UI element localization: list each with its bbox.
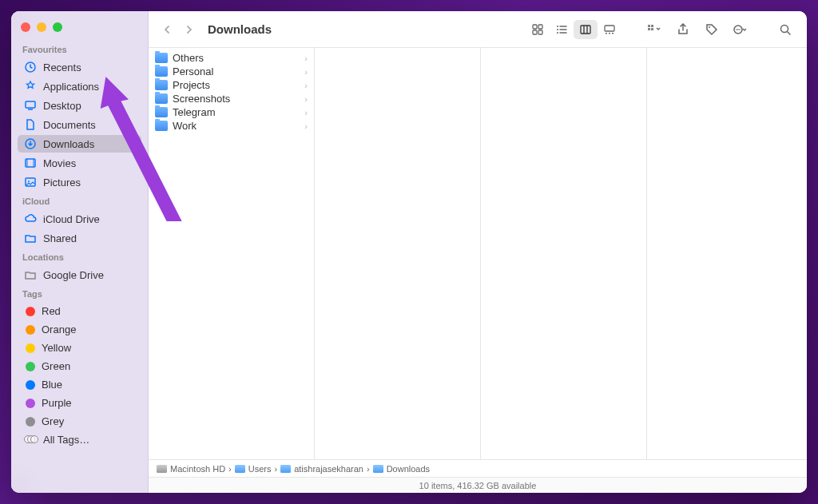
forward-button[interactable] xyxy=(181,21,198,38)
column-view: Others› Personal› Projects› Screenshots›… xyxy=(149,48,807,459)
sidebar-item-label: Desktop xyxy=(43,100,81,112)
svg-rect-9 xyxy=(538,30,542,34)
sidebar-tag-blue[interactable]: Blue xyxy=(18,376,141,393)
folder-item[interactable]: Screenshots› xyxy=(149,92,314,105)
finder-window: Favourites Recents Applications Desktop … xyxy=(11,11,807,493)
sidebar-item-label: Grey xyxy=(42,415,64,427)
path-segment[interactable]: atishrajasekharan xyxy=(280,464,363,474)
action-button[interactable] xyxy=(729,20,752,39)
path-separator: › xyxy=(367,464,370,474)
folder-name: Work xyxy=(173,120,300,132)
sidebar-section-favourites: Favourites xyxy=(11,40,148,58)
status-bar: 10 items, 416.32 GB available xyxy=(149,477,807,493)
folder-item[interactable]: Personal› xyxy=(149,65,314,78)
sidebar-tag-green[interactable]: Green xyxy=(18,358,141,375)
sidebar-tag-yellow[interactable]: Yellow xyxy=(18,339,141,356)
sidebar-item-label: Blue xyxy=(42,379,62,391)
cloud-icon xyxy=(24,212,37,225)
svg-rect-15 xyxy=(606,33,607,34)
svg-point-5 xyxy=(28,181,30,182)
folder-icon xyxy=(155,107,168,117)
back-button[interactable] xyxy=(158,21,176,38)
folder-item[interactable]: Work› xyxy=(149,119,314,133)
folder-icon xyxy=(373,465,383,473)
main-area: Downloads Others› Personal› Projects› Sc… xyxy=(149,11,807,493)
chevron-right-icon: › xyxy=(304,81,308,90)
shared-icon xyxy=(24,232,37,244)
folder-name: Others xyxy=(173,52,300,64)
sidebar: Favourites Recents Applications Desktop … xyxy=(11,11,149,493)
sidebar-tag-orange[interactable]: Orange xyxy=(18,321,141,338)
sidebar-item-movies[interactable]: Movies xyxy=(18,154,141,172)
svg-point-24 xyxy=(736,29,737,30)
folder-item[interactable]: Others› xyxy=(149,51,314,65)
svg-rect-6 xyxy=(533,25,537,29)
status-text: 10 items, 416.32 GB available xyxy=(419,481,537,490)
group-button[interactable] xyxy=(642,20,666,39)
path-label: atishrajasekharan xyxy=(294,464,363,474)
clock-icon xyxy=(24,61,37,73)
maximize-window-button[interactable] xyxy=(53,22,62,32)
svg-point-10 xyxy=(557,26,558,27)
sidebar-tag-red[interactable]: Red xyxy=(18,303,141,319)
doc-icon xyxy=(24,118,37,131)
sidebar-item-icloud-drive[interactable]: iCloud Drive xyxy=(18,210,141,228)
minimize-window-button[interactable] xyxy=(37,22,46,32)
path-separator: › xyxy=(274,464,277,474)
folder-name: Screenshots xyxy=(173,93,300,105)
close-window-button[interactable] xyxy=(21,22,30,32)
tags-button[interactable] xyxy=(700,20,724,39)
column-2[interactable] xyxy=(315,48,481,459)
view-icon-button[interactable] xyxy=(526,20,550,39)
path-segment[interactable]: Users xyxy=(235,464,272,474)
column-4[interactable] xyxy=(647,48,807,459)
sidebar-item-desktop[interactable]: Desktop xyxy=(18,97,141,114)
sidebar-item-applications[interactable]: Applications xyxy=(18,77,141,95)
column-3[interactable] xyxy=(481,48,647,459)
search-button[interactable] xyxy=(773,20,797,39)
sidebar-item-label: Recents xyxy=(43,62,81,73)
svg-rect-8 xyxy=(533,30,537,34)
path-segment[interactable]: Macintosh HD xyxy=(157,464,225,474)
svg-rect-13 xyxy=(581,26,590,34)
sidebar-item-label: iCloud Drive xyxy=(43,213,100,225)
sidebar-all-tags[interactable]: All Tags… xyxy=(18,431,141,448)
folder-icon xyxy=(155,53,168,63)
share-button[interactable] xyxy=(671,20,695,39)
sidebar-item-recents[interactable]: Recents xyxy=(18,58,141,76)
svg-point-25 xyxy=(737,29,739,30)
movie-icon xyxy=(24,157,37,169)
sidebar-item-label: Green xyxy=(42,360,70,372)
view-column-button[interactable] xyxy=(574,20,598,39)
path-segment[interactable]: Downloads xyxy=(373,464,430,474)
sidebar-item-pictures[interactable]: Pictures xyxy=(18,173,141,191)
svg-rect-18 xyxy=(648,25,650,27)
path-bar: Macintosh HD› Users› atishrajasekharan› … xyxy=(149,459,807,477)
sidebar-item-downloads[interactable]: Downloads xyxy=(18,135,141,153)
sidebar-item-label: Movies xyxy=(43,157,76,169)
sidebar-item-documents[interactable]: Documents xyxy=(18,116,141,133)
all-tags-icon xyxy=(24,435,37,445)
tag-dot-icon xyxy=(26,399,35,408)
folder-icon xyxy=(155,66,168,77)
svg-point-26 xyxy=(739,29,741,30)
chevron-right-icon: › xyxy=(304,108,308,117)
sidebar-tag-grey[interactable]: Grey xyxy=(18,413,141,430)
folder-item[interactable]: Telegram› xyxy=(149,105,314,119)
svg-rect-1 xyxy=(26,101,35,108)
chevron-right-icon: › xyxy=(304,67,308,77)
svg-point-11 xyxy=(557,29,558,30)
sidebar-item-label: Orange xyxy=(42,323,76,335)
sidebar-item-label: Red xyxy=(42,305,61,317)
view-gallery-button[interactable] xyxy=(598,20,621,39)
column-1[interactable]: Others› Personal› Projects› Screenshots›… xyxy=(149,48,315,459)
path-separator: › xyxy=(228,464,232,474)
sidebar-item-google-drive[interactable]: Google Drive xyxy=(18,266,141,284)
sidebar-item-shared[interactable]: Shared xyxy=(18,229,141,247)
sidebar-tag-purple[interactable]: Purple xyxy=(18,395,141,411)
view-list-button[interactable] xyxy=(550,20,574,39)
sidebar-item-label: Purple xyxy=(42,397,72,409)
folder-item[interactable]: Projects› xyxy=(149,78,314,92)
folder-name: Telegram xyxy=(173,106,300,118)
folder-icon xyxy=(235,465,245,473)
